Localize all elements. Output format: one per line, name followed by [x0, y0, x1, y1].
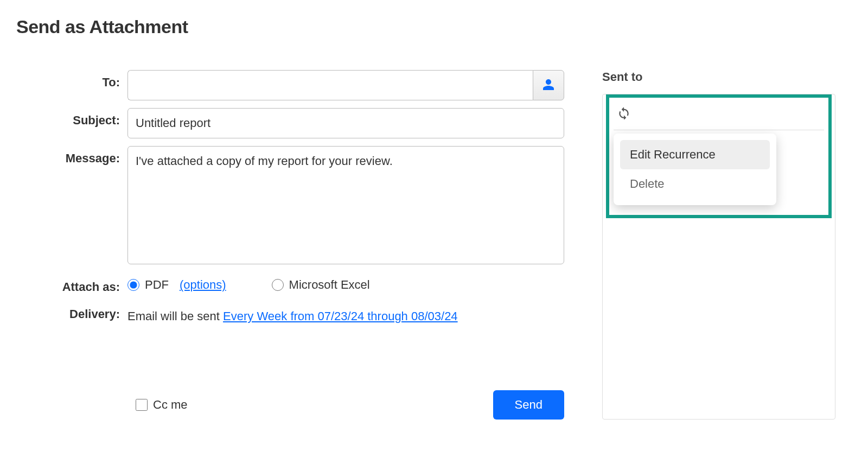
sent-to-title: Sent to: [602, 70, 835, 84]
sent-to-panel: Edit Recurrence Delete: [602, 94, 835, 420]
attach-pdf-radio[interactable]: PDF: [127, 278, 169, 292]
highlighted-area: Edit Recurrence Delete: [606, 94, 832, 218]
pdf-radio-label: PDF: [145, 278, 169, 292]
pdf-radio-input[interactable]: [127, 279, 139, 291]
excel-radio-input[interactable]: [272, 279, 284, 291]
delivery-label: Delivery:: [16, 302, 127, 321]
send-button[interactable]: Send: [493, 390, 564, 420]
delete-menu-item[interactable]: Delete: [620, 169, 770, 199]
recurring-item[interactable]: [614, 102, 824, 130]
person-icon: [542, 78, 555, 93]
to-label: To:: [16, 70, 127, 90]
subject-label: Subject:: [16, 108, 127, 128]
attach-as-label: Attach as:: [16, 275, 127, 294]
context-menu: Edit Recurrence Delete: [614, 134, 776, 205]
pick-contact-button[interactable]: [533, 70, 564, 100]
message-textarea[interactable]: I've attached a copy of my report for yo…: [127, 146, 564, 264]
cc-me-checkbox[interactable]: Cc me: [136, 398, 188, 412]
pdf-options-link[interactable]: (options): [180, 278, 226, 292]
send-form: To: Subject: Message:: [16, 70, 564, 420]
delivery-schedule-link[interactable]: Every Week from 07/23/24 through 08/03/2…: [223, 309, 458, 323]
attach-excel-radio[interactable]: Microsoft Excel: [272, 278, 370, 292]
excel-radio-label: Microsoft Excel: [289, 278, 370, 292]
cc-me-input[interactable]: [136, 399, 148, 411]
subject-input[interactable]: [127, 108, 564, 138]
message-label: Message:: [16, 146, 127, 166]
delivery-prefix: Email will be sent: [127, 309, 223, 323]
edit-recurrence-menu-item[interactable]: Edit Recurrence: [620, 140, 770, 169]
page-title: Send as Attachment: [16, 16, 852, 37]
to-input[interactable]: [127, 70, 533, 100]
recurring-icon: [617, 105, 631, 122]
cc-me-label: Cc me: [153, 398, 188, 412]
